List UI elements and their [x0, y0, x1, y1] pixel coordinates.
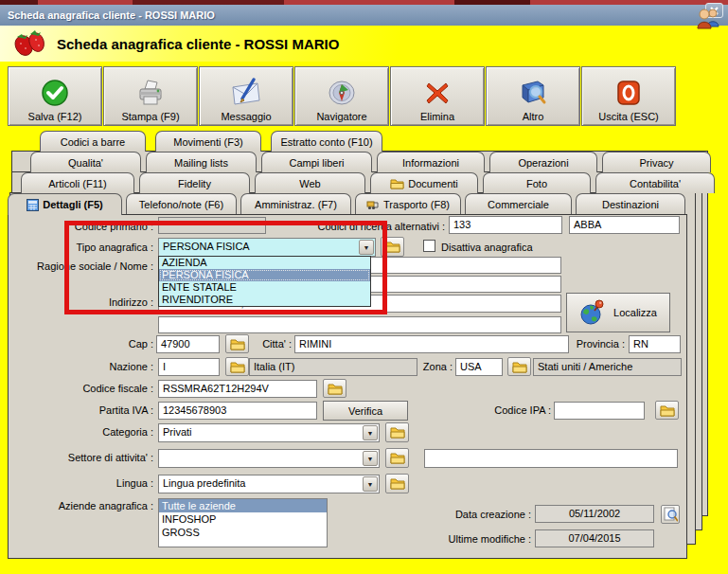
partita-iva-field[interactable]: 12345678903: [158, 402, 317, 420]
lingua-combo[interactable]: Lingua predefinita ▼: [158, 475, 380, 493]
zona-folder-button[interactable]: [507, 357, 531, 376]
tab-destinazioni[interactable]: Destinazioni: [576, 193, 685, 214]
messaggio-button[interactable]: Messaggio: [199, 66, 293, 126]
tab-amministraz[interactable]: Amministraz. (F7): [240, 193, 351, 214]
codice-ipa-field[interactable]: [554, 402, 645, 420]
folder-icon: [390, 477, 405, 490]
uscita-label: Uscita (ESC): [598, 111, 659, 122]
nazione-label: Nazione :: [19, 361, 153, 372]
provincia-field[interactable]: RN: [629, 335, 681, 353]
globe-pin-icon: [579, 298, 606, 327]
stampa-button[interactable]: Stampa (F9): [103, 66, 198, 126]
tab-campi-liberi[interactable]: Campi liberi: [261, 152, 372, 172]
categoria-combo[interactable]: Privati ▼: [158, 423, 380, 442]
data-creazione-field: 05/11/2002: [535, 505, 654, 523]
tab-operazioni[interactable]: Operazioni: [489, 152, 597, 172]
dropdown-item[interactable]: ENTE STATALE: [159, 281, 370, 294]
localizza-button[interactable]: Localizza: [566, 293, 670, 332]
printer-icon: [134, 75, 167, 111]
date-lookup-button[interactable]: [661, 505, 680, 524]
indirizzo-field-2[interactable]: [158, 316, 561, 333]
folder-icon: [660, 404, 675, 417]
folder-icon: [390, 178, 404, 189]
chevron-down-icon[interactable]: ▼: [363, 425, 378, 440]
categoria-label: Categoria :: [19, 426, 153, 438]
tab-qualita[interactable]: Qualita': [30, 152, 141, 172]
codice-fiscale-label: Codice fiscale :: [19, 383, 153, 394]
elimina-button[interactable]: Elimina: [390, 66, 485, 126]
settore-combo[interactable]: ▼: [158, 449, 380, 468]
tab-fidelity[interactable]: Fidelity: [139, 172, 250, 193]
cap-field[interactable]: 47900: [156, 335, 220, 353]
zona-field[interactable]: USA: [455, 358, 503, 376]
tipo-anagrafica-combo[interactable]: PERSONA FISICA ▼: [158, 238, 376, 257]
tab-telefono-note[interactable]: Telefono/note (F6): [126, 193, 237, 214]
codici-ricerca-field-2[interactable]: ABBA: [569, 216, 680, 234]
strawberry-icon: [12, 28, 48, 61]
indirizzo-label: Indirizzo :: [19, 296, 153, 308]
disattiva-checkbox[interactable]: [423, 240, 435, 252]
cap-folder-button[interactable]: [225, 334, 249, 353]
chevron-down-icon[interactable]: ▼: [363, 476, 378, 492]
codice-ipa-folder-button[interactable]: [655, 401, 679, 420]
tab-web[interactable]: Web: [255, 172, 365, 193]
navigatore-button[interactable]: Navigatore: [294, 66, 389, 126]
tab-foto[interactable]: Foto: [483, 172, 591, 193]
list-item[interactable]: INFOSHOP: [159, 512, 327, 526]
codici-ricerca-label: Codici di ricerca alternativi :: [284, 221, 445, 232]
folder-icon: [512, 361, 527, 373]
tab-dettagli[interactable]: Dettagli (F5): [8, 193, 122, 215]
users-icon[interactable]: [696, 6, 720, 32]
chevron-down-icon[interactable]: ▼: [359, 240, 374, 255]
codice-fiscale-folder-button[interactable]: [323, 379, 346, 398]
envelope-pen-icon: [229, 75, 263, 111]
window-title: Scheda anagrafica cliente - ROSSI MARIO: [0, 9, 215, 21]
localizza-label: Localizza: [613, 307, 657, 318]
nazione-desc-field: Italia (IT): [249, 358, 417, 376]
list-item[interactable]: GROSS: [159, 526, 327, 539]
save-check-icon: [40, 75, 70, 111]
altro-button[interactable]: Altro: [486, 66, 580, 126]
folder-icon: [390, 426, 405, 439]
tipo-anagrafica-label: Tipo anagrafica :: [19, 242, 153, 253]
tab-informazioni[interactable]: Informazioni: [377, 152, 485, 172]
tipo-anagrafica-dropdown-list[interactable]: AZIENDA PERSONA FISICA ENTE STATALE RIVE…: [158, 256, 371, 307]
dropdown-item[interactable]: AZIENDA: [159, 257, 370, 269]
tab-articoli[interactable]: Articoli (F11): [21, 172, 134, 193]
codice-fiscale-field[interactable]: RSSMRA62T12H294V: [158, 380, 317, 398]
app-window: Scheda anagrafica cliente - ROSSI MARIO …: [0, 0, 728, 574]
uscita-button[interactable]: Uscita (ESC): [581, 66, 676, 126]
settore-extra-field[interactable]: [424, 449, 678, 468]
tab-mailing-lists[interactable]: Mailing lists: [146, 152, 257, 172]
provincia-label: Provincia :: [572, 338, 625, 350]
ragione-sociale-label: Ragione sociale / Nome :: [19, 260, 153, 272]
verifica-button[interactable]: Verifica: [323, 401, 408, 421]
tipo-anagrafica-folder-button[interactable]: [381, 237, 404, 257]
codice-primario-field: [158, 217, 266, 234]
lingua-folder-button[interactable]: [385, 474, 409, 493]
tab-contabilita[interactable]: Contabilita': [595, 172, 715, 193]
tab-trasporto[interactable]: Trasporto (F8): [355, 193, 461, 214]
settore-folder-button[interactable]: [385, 448, 409, 468]
chevron-down-icon[interactable]: ▼: [363, 451, 378, 466]
salva-button[interactable]: Salva (F12): [8, 66, 102, 126]
tab-estratto-conto[interactable]: Estratto conto (F10): [271, 131, 382, 152]
nazione-folder-button[interactable]: [225, 357, 249, 376]
tab-movimenti[interactable]: Movimenti (F3): [155, 131, 261, 152]
delete-x-icon: [422, 75, 453, 111]
dropdown-item[interactable]: RIVENDITORE: [159, 294, 370, 306]
list-item[interactable]: Tutte le aziende: [159, 499, 327, 512]
categoria-folder-button[interactable]: [385, 422, 409, 442]
citta-field[interactable]: RIMINI: [294, 335, 569, 353]
forklift-icon: [366, 199, 380, 210]
aziende-listbox[interactable]: Tutte le aziende INFOSHOP GROSS: [158, 498, 328, 547]
nazione-field[interactable]: I: [158, 358, 220, 376]
tab-privacy[interactable]: Privacy: [602, 152, 711, 172]
altro-label: Altro: [523, 111, 544, 122]
tab-documenti[interactable]: Documenti: [370, 172, 478, 193]
tab-commerciale[interactable]: Commerciale: [465, 193, 572, 214]
tab-codici-a-barre[interactable]: Codici a barre: [40, 131, 146, 152]
codice-ipa-label: Codice IPA :: [485, 404, 551, 416]
codici-ricerca-field-1[interactable]: 133: [449, 216, 562, 234]
dropdown-item-selected[interactable]: PERSONA FISICA: [159, 269, 370, 281]
